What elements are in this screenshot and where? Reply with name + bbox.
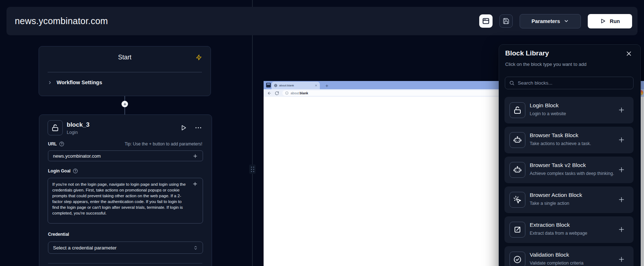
browser-window-icon	[482, 17, 490, 25]
credential-label: Credential	[48, 232, 69, 237]
browser-panel-button[interactable]	[479, 14, 493, 28]
extract-icon	[510, 222, 525, 238]
block-item-login[interactable]: Login Block Login to a website	[504, 97, 634, 123]
robot-icon	[510, 162, 525, 178]
browser-scrollbar[interactable]	[642, 97, 644, 266]
block-item-description: Achieve complex tasks with deep thinking…	[530, 171, 614, 176]
credential-select-value: Select a credential parameter	[53, 245, 116, 251]
workflow-settings-toggle[interactable]: Workflow Settings	[48, 80, 102, 85]
workflow-settings-label: Workflow Settings	[57, 80, 102, 85]
new-tab-icon[interactable]	[325, 84, 329, 88]
url-add-parameter-icon[interactable]	[193, 153, 198, 159]
login-block-node[interactable]: block_3 Login URL Tip: Use the + button …	[39, 114, 212, 266]
goal-label-row: Login Goal	[48, 168, 202, 173]
block-library-title: Block Library	[505, 49, 549, 57]
workflow-editor: about:blank about:blank	[0, 0, 644, 266]
block-item-extraction[interactable]: Extraction Block Extract data from a web…	[504, 216, 634, 243]
login-goal-label: Login Goal	[48, 168, 71, 173]
block-item-description: Login to a website	[530, 111, 566, 116]
add-icon[interactable]	[618, 166, 625, 173]
lightning-bolt-icon	[196, 54, 202, 60]
globe-icon	[274, 84, 277, 87]
search-icon	[509, 80, 515, 86]
block-search-input[interactable]	[518, 80, 629, 86]
top-header-bar: news.ycombinator.com Parameters	[6, 7, 638, 35]
start-node[interactable]: Start Workflow Settings	[39, 46, 211, 96]
block-item-name: Login Block	[530, 102, 559, 109]
split-drag-handle[interactable]	[249, 164, 256, 174]
block-item-description: Extract data from a webpage	[530, 231, 587, 236]
run-block-icon[interactable]	[180, 124, 187, 131]
credential-label-row: Credential	[48, 232, 202, 237]
block-item-browser-task[interactable]: Browser Task Block Take actions to achie…	[504, 127, 634, 153]
block-item-browser-task-v2[interactable]: Browser Task v2 Block Achieve complex ta…	[504, 157, 634, 183]
block-library-panel: Block Library Click on the block type yo…	[499, 44, 641, 266]
more-options-icon[interactable]	[194, 124, 202, 132]
block-item-name: Browser Task Block	[530, 132, 578, 139]
play-icon	[600, 18, 606, 24]
block-section-divider	[48, 263, 202, 263]
parameters-label: Parameters	[531, 18, 560, 24]
check-circle-icon	[510, 252, 525, 266]
lock-icon	[510, 102, 525, 118]
chevrons-up-down-icon	[193, 245, 198, 250]
url-input[interactable]	[48, 150, 203, 161]
run-button[interactable]: Run	[588, 14, 632, 28]
canvas-split-divider	[252, 0, 253, 266]
block-type-label: Login	[67, 130, 78, 135]
robot-icon	[510, 132, 525, 148]
block-search-box[interactable]	[505, 77, 634, 89]
header-actions: Parameters Run	[479, 7, 632, 35]
block-item-name: Extraction Block	[530, 222, 570, 228]
tab-close-icon[interactable]	[315, 84, 317, 87]
add-icon[interactable]	[618, 136, 625, 144]
block-item-description: Take a single action	[530, 201, 569, 206]
chevron-right-icon	[48, 80, 52, 85]
block-item-browser-action[interactable]: Browser Action Block Take a single actio…	[504, 186, 634, 213]
block-item-description: Validate completion criteria	[530, 261, 583, 266]
save-button[interactable]	[499, 14, 513, 28]
run-label: Run	[610, 18, 620, 24]
help-circle-icon[interactable]	[73, 168, 78, 173]
goal-add-parameter-icon[interactable]	[192, 181, 198, 187]
workflow-title: news.ycombinator.com	[15, 16, 108, 26]
back-icon[interactable]	[267, 91, 272, 95]
browser-tab-title: about:blank	[279, 84, 313, 87]
cursor-click-icon	[510, 192, 525, 208]
block-item-name: Validation Block	[530, 252, 569, 258]
add-icon[interactable]	[618, 226, 625, 233]
address-url: about:blank	[291, 91, 308, 95]
login-goal-textarea[interactable]: If you're not on the login page, navigat…	[48, 178, 203, 224]
url-label-row: URL Tip: Use the + button to add paramet…	[48, 141, 202, 146]
lock-icon	[48, 120, 63, 135]
block-item-name: Browser Task v2 Block	[530, 162, 586, 168]
block-list: Login Block Login to a website Browser T…	[504, 97, 634, 266]
block-item-validation[interactable]: Validation Block Validate completion cri…	[504, 246, 634, 266]
add-icon[interactable]	[618, 256, 625, 263]
add-icon[interactable]	[618, 196, 625, 203]
url-label: URL	[48, 141, 57, 146]
block-name: block_3	[67, 121, 89, 129]
info-icon[interactable]	[285, 91, 288, 95]
block-item-description: Take actions to achieve a task.	[530, 141, 591, 146]
close-icon[interactable]	[625, 50, 632, 57]
save-icon	[503, 18, 510, 24]
browser-tab[interactable]: about:blank	[272, 82, 320, 89]
refresh-icon[interactable]	[275, 91, 279, 95]
browser-sidebar-icon[interactable]	[266, 83, 271, 87]
start-node-divider	[48, 72, 202, 72]
add-block-button[interactable]	[122, 101, 128, 107]
url-parameter-tip: Tip: Use the + button to add parameters!	[125, 141, 202, 146]
block-library-subtitle: Click on the block type you want to add	[505, 62, 586, 67]
chevron-down-icon	[564, 18, 569, 24]
login-block-header: block_3 Login	[48, 120, 202, 137]
help-circle-icon[interactable]	[59, 141, 64, 146]
add-icon[interactable]	[618, 106, 625, 114]
parameters-button[interactable]: Parameters	[520, 14, 581, 28]
block-actions	[180, 124, 202, 132]
credential-select[interactable]: Select a credential parameter	[48, 242, 203, 254]
block-item-name: Browser Action Block	[530, 192, 582, 198]
start-node-title: Start	[39, 54, 211, 61]
